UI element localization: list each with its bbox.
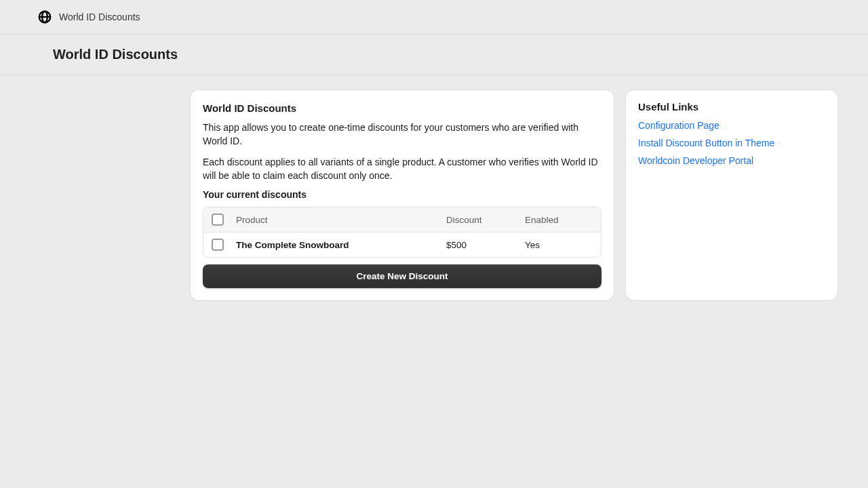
intro-paragraph-2: Each discount applies to all variants of… [203, 155, 601, 183]
link-install-discount-button[interactable]: Install Discount Button in Theme [638, 138, 774, 148]
app-logo-icon [37, 9, 52, 24]
topbar: World ID Discounts [0, 0, 868, 35]
col-header-discount: Discount [446, 215, 525, 225]
useful-links-heading: Useful Links [638, 101, 825, 113]
app-name: World ID Discounts [59, 12, 140, 22]
col-header-product: Product [236, 215, 446, 225]
col-header-enabled: Enabled [525, 215, 593, 225]
row-product: The Complete Snowboard [236, 240, 446, 250]
select-all-checkbox[interactable] [212, 214, 224, 226]
table-header-row: Product Discount Enabled [203, 207, 601, 232]
row-checkbox[interactable] [212, 239, 224, 251]
main-card: World ID Discounts This app allows you t… [191, 90, 614, 300]
table-row[interactable]: The Complete Snowboard $500 Yes [203, 232, 601, 257]
titlebar: World ID Discounts [0, 35, 868, 75]
row-enabled: Yes [525, 240, 593, 250]
page-title: World ID Discounts [53, 47, 848, 62]
link-configuration-page[interactable]: Configuration Page [638, 120, 719, 131]
intro-paragraph-1: This app allows you to create one-time d… [203, 121, 601, 148]
link-worldcoin-developer-portal[interactable]: Worldcoin Developer Portal [638, 155, 753, 166]
useful-links-list: Configuration Page Install Discount Butt… [638, 119, 825, 167]
discounts-table: Product Discount Enabled The Complete Sn… [203, 207, 601, 258]
discounts-subheading: Your current discounts [203, 189, 601, 200]
content-area: World ID Discounts This app allows you t… [31, 75, 837, 300]
create-new-discount-button[interactable]: Create New Discount [203, 264, 601, 288]
row-discount: $500 [446, 240, 525, 250]
useful-links-card: Useful Links Configuration Page Install … [626, 90, 837, 300]
main-heading: World ID Discounts [203, 102, 601, 114]
